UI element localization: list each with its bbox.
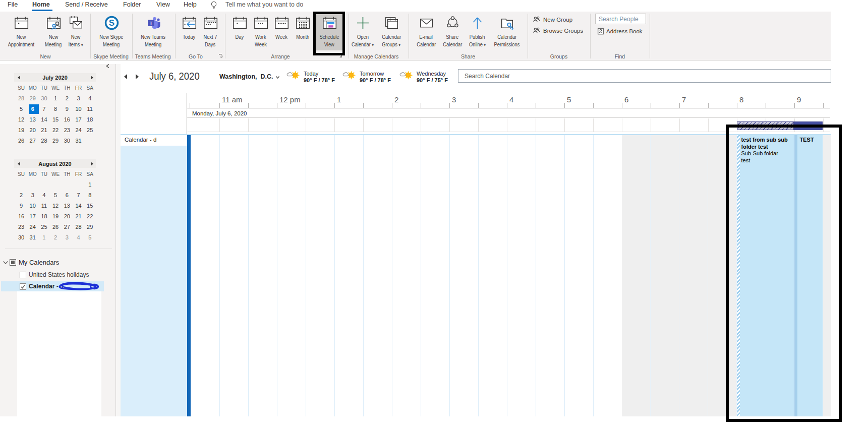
svg-text:T: T (149, 20, 152, 26)
svg-text:S: S (108, 18, 114, 28)
